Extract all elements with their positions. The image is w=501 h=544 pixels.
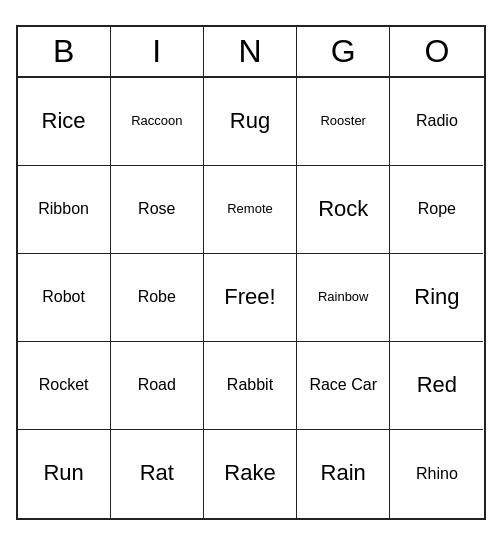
header-letter: N [204, 27, 297, 76]
cell-text: Free! [224, 284, 275, 310]
bingo-cell: Road [111, 342, 204, 430]
bingo-cell: Run [18, 430, 111, 518]
bingo-header: BINGO [18, 27, 484, 78]
cell-text: Rhino [416, 464, 458, 483]
cell-text: Raccoon [131, 113, 182, 129]
bingo-cell: Rock [297, 166, 390, 254]
cell-text: Red [417, 372, 457, 398]
bingo-grid: RiceRaccoonRugRoosterRadioRibbonRoseRemo… [18, 78, 484, 518]
bingo-cell: Rhino [390, 430, 483, 518]
cell-text: Ribbon [38, 199, 89, 218]
header-letter: G [297, 27, 390, 76]
cell-text: Rat [140, 460, 174, 486]
bingo-cell: Raccoon [111, 78, 204, 166]
cell-text: Radio [416, 111, 458, 130]
bingo-cell: Robe [111, 254, 204, 342]
bingo-card: BINGO RiceRaccoonRugRoosterRadioRibbonRo… [16, 25, 486, 520]
cell-text: Rose [138, 199, 175, 218]
bingo-cell: Remote [204, 166, 297, 254]
bingo-cell: Robot [18, 254, 111, 342]
bingo-cell: Rocket [18, 342, 111, 430]
bingo-cell: Rope [390, 166, 483, 254]
header-letter: O [390, 27, 483, 76]
cell-text: Rug [230, 108, 270, 134]
bingo-cell: Rat [111, 430, 204, 518]
cell-text: Rice [42, 108, 86, 134]
bingo-cell: Rainbow [297, 254, 390, 342]
cell-text: Rainbow [318, 289, 369, 305]
cell-text: Rain [321, 460, 366, 486]
bingo-cell: Radio [390, 78, 483, 166]
bingo-cell: Rice [18, 78, 111, 166]
cell-text: Rooster [320, 113, 366, 129]
cell-text: Rock [318, 196, 368, 222]
bingo-cell: Rain [297, 430, 390, 518]
cell-text: Rope [418, 199, 456, 218]
cell-text: Run [43, 460, 83, 486]
bingo-cell: Ring [390, 254, 483, 342]
bingo-cell: Free! [204, 254, 297, 342]
bingo-cell: Rooster [297, 78, 390, 166]
cell-text: Rocket [39, 375, 89, 394]
bingo-cell: Rake [204, 430, 297, 518]
cell-text: Remote [227, 201, 273, 217]
cell-text: Rabbit [227, 375, 273, 394]
bingo-cell: Rug [204, 78, 297, 166]
bingo-cell: Ribbon [18, 166, 111, 254]
cell-text: Road [138, 375, 176, 394]
bingo-cell: Race Car [297, 342, 390, 430]
cell-text: Robe [138, 287, 176, 306]
cell-text: Ring [414, 284, 459, 310]
header-letter: I [111, 27, 204, 76]
cell-text: Robot [42, 287, 85, 306]
cell-text: Race Car [309, 375, 377, 394]
bingo-cell: Rabbit [204, 342, 297, 430]
header-letter: B [18, 27, 111, 76]
cell-text: Rake [224, 460, 275, 486]
bingo-cell: Red [390, 342, 483, 430]
bingo-cell: Rose [111, 166, 204, 254]
